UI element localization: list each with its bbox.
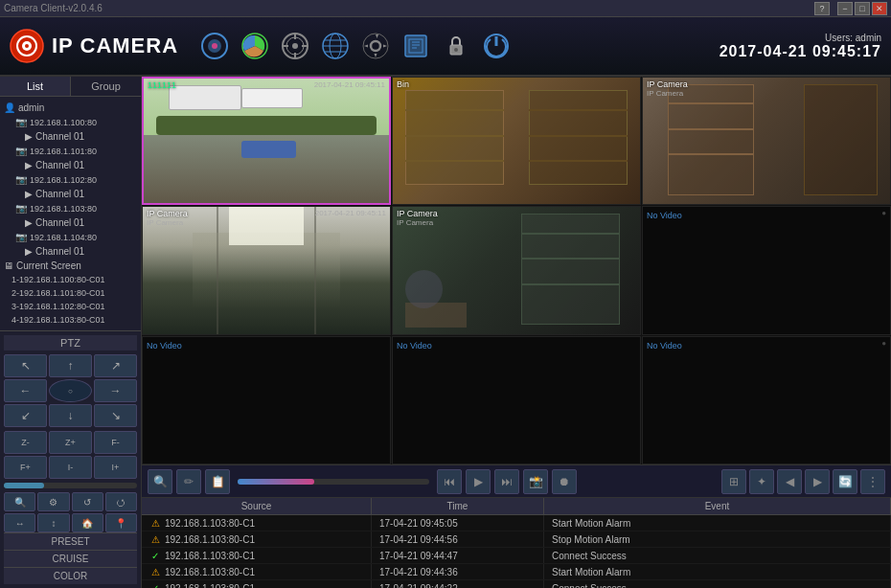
ptz-right[interactable]: → — [94, 379, 137, 402]
play-icon: ▶ — [25, 217, 33, 228]
record-btn[interactable]: ⏺ — [552, 469, 577, 494]
ptz-up-right[interactable]: ↗ — [94, 354, 137, 377]
video-cell-3[interactable]: IP Camera IP Camera — [642, 77, 891, 205]
fullscreen-btn[interactable]: ✦ — [749, 469, 774, 494]
info-toolbar-icon[interactable] — [399, 29, 433, 63]
event-row[interactable]: ⚠ 192.168.1.103:80-C1 17-04-21 09:44:36 … — [142, 564, 891, 580]
svg-rect-22 — [405, 35, 426, 57]
network-toolbar-icon[interactable] — [318, 29, 353, 63]
video-cell-7[interactable]: No Video — [142, 336, 391, 464]
event-source: ✓ 192.168.1.103:80-C1 — [142, 580, 372, 588]
camera-toolbar-icon[interactable] — [197, 29, 232, 63]
ptz-btn8[interactable]: 📍 — [105, 513, 137, 532]
play-icon: ▶ — [25, 160, 33, 170]
ptz-up[interactable]: ↑ — [49, 354, 92, 377]
ptz-down-left[interactable]: ↙ — [4, 404, 47, 427]
video-cell-5[interactable]: IP Camera IP Camera — [392, 206, 641, 334]
cruise-section[interactable]: CRUISE — [4, 550, 137, 567]
color-section[interactable]: COLOR — [4, 567, 137, 584]
prev-cam-btn[interactable]: ◀ — [777, 469, 802, 494]
screen-icon: 🖥 — [4, 260, 13, 271]
close-button[interactable]: ✕ — [872, 2, 887, 15]
tree-item-s1[interactable]: 1-192.168.1.100:80-C01 — [2, 273, 139, 286]
video-cell-4[interactable]: IP Camera IP Camera 2017-04-21 09:45:11 — [142, 206, 391, 334]
tree-item-cam5ch[interactable]: ▶ Channel 01 — [2, 244, 139, 259]
help-button[interactable]: ? — [814, 2, 830, 15]
ptz-btn3[interactable]: ↺ — [72, 492, 103, 511]
tree-label: 4-192.168.1.103:80-C01 — [11, 315, 105, 325]
tab-list[interactable]: List — [0, 77, 71, 96]
minimize-button[interactable]: − — [837, 2, 853, 15]
tree-item-s4[interactable]: 4-192.168.1.103:80-C01 — [2, 313, 139, 327]
tree-item-cam2[interactable]: 📷 192.168.1.101:80 — [2, 144, 139, 158]
ptz-down[interactable]: ↓ — [49, 404, 92, 427]
ptz-speed-slider[interactable] — [4, 483, 137, 488]
play-btn[interactable]: ▶ — [466, 469, 491, 494]
statistics-toolbar-icon[interactable] — [238, 29, 272, 63]
timeline-progress[interactable] — [238, 479, 429, 485]
ptz-left[interactable]: ← — [4, 379, 47, 402]
ptz-center[interactable]: ○ — [49, 379, 92, 402]
ptz-up-left[interactable]: ↖ — [4, 354, 47, 377]
ptz-zoom-out[interactable]: Z- — [4, 431, 47, 454]
tree-item-current[interactable]: 🖥 Current Screen — [2, 259, 139, 273]
refresh-btn[interactable]: 🔄 — [833, 469, 857, 494]
video-cell-1[interactable]: 111111 2017-04-21 09:45:11 — [142, 77, 391, 205]
tree-item-s3[interactable]: 3-192.168.1.102:80-C01 — [2, 300, 139, 313]
ptz-btn4[interactable]: ⭯ — [105, 492, 137, 511]
tree-item-cam3[interactable]: 📷 192.168.1.102:80 — [2, 172, 139, 187]
tree-item-cam1ch[interactable]: ▶ Channel 01 — [2, 129, 139, 144]
search-btn[interactable]: 🔍 — [148, 469, 172, 494]
tree-item-cam1[interactable]: 📷 192.168.1.100:80 — [2, 115, 139, 129]
tab-group[interactable]: Group — [71, 77, 141, 96]
preset-section[interactable]: PRESET — [4, 532, 137, 550]
video-cell-6[interactable]: No Video ● — [642, 206, 891, 334]
event-row[interactable]: ⚠ 192.168.1.103:80-C1 17-04-21 09:44:56 … — [142, 531, 891, 548]
app-title: Camera Client-v2.0.4.6 — [0, 3, 103, 13]
event-row[interactable]: ✓ 192.168.1.103:80-C1 17-04-21 09:44:47 … — [142, 548, 891, 564]
event-row[interactable]: ⚠ 192.168.1.103:80-C1 17-04-21 09:45:05 … — [142, 515, 891, 531]
event-log: Source Time Event ⚠ 192.168.1.103:80-C1 … — [142, 497, 891, 588]
prev-btn[interactable]: ⏮ — [437, 469, 462, 494]
snapshot-btn[interactable]: 📸 — [523, 469, 548, 494]
tree-item-cam5[interactable]: 📷 192.168.1.104:80 — [2, 230, 139, 244]
event-desc: Start Motion Alarm — [544, 564, 891, 579]
tree-item-cam2ch[interactable]: ▶ Channel 01 — [2, 158, 139, 172]
tree-item-cam3ch[interactable]: ▶ Channel 01 — [2, 187, 139, 201]
ptz-btn2[interactable]: ⚙ — [37, 492, 69, 511]
video-cell-8[interactable]: No Video — [392, 336, 641, 464]
video-cell-2[interactable]: Bin — [392, 77, 641, 205]
ptz-btn7[interactable]: 🏠 — [72, 513, 103, 532]
more-btn[interactable]: ⋮ — [860, 469, 885, 494]
power-toolbar-icon[interactable] — [479, 29, 514, 63]
ptz-toolbar-icon[interactable] — [278, 29, 312, 63]
event-row[interactable]: ✓ 192.168.1.103:80-C1 17-04-21 09:44:22 … — [142, 580, 891, 588]
ptz-down-right[interactable]: ↘ — [94, 404, 137, 427]
tree-item-s2[interactable]: 2-192.168.1.101:80-C01 — [2, 286, 139, 300]
ptz-focus-in[interactable]: F+ — [4, 456, 47, 479]
camera-icon: 📷 — [15, 203, 27, 214]
tree-item-cam4ch[interactable]: ▶ Channel 01 — [2, 215, 139, 230]
ptz-btn1[interactable]: 🔍 — [4, 492, 35, 511]
tree-item-cam4[interactable]: 📷 192.168.1.103:80 — [2, 201, 139, 215]
ptz-btn5[interactable]: ↔ — [4, 513, 35, 532]
ptz-iris-out[interactable]: I- — [49, 456, 92, 479]
ptz-btn6[interactable]: ↕ — [37, 513, 69, 532]
video-cell-9[interactable]: No Video ● — [642, 336, 891, 464]
next-cam-btn[interactable]: ▶ — [805, 469, 830, 494]
clipboard-btn[interactable]: 📋 — [205, 469, 230, 494]
logo-area: IP CAMERA — [10, 29, 178, 63]
restore-button[interactable]: □ — [855, 2, 870, 15]
play-icon: ▶ — [25, 246, 33, 257]
edit-btn[interactable]: ✏ — [176, 469, 201, 494]
svg-point-14 — [292, 43, 298, 49]
ptz-focus-out[interactable]: F- — [94, 431, 137, 454]
ptz-zoom-in[interactable]: Z+ — [49, 431, 92, 454]
ptz-iris-in[interactable]: I+ — [94, 456, 137, 479]
settings-toolbar-icon[interactable] — [358, 29, 393, 63]
logo-icon — [10, 29, 44, 63]
grid-view-btn[interactable]: ⊞ — [721, 469, 746, 494]
next-btn[interactable]: ⏭ — [494, 469, 519, 494]
tree-item-admin[interactable]: 👤 admin — [2, 101, 139, 115]
lock-toolbar-icon[interactable] — [439, 29, 473, 63]
